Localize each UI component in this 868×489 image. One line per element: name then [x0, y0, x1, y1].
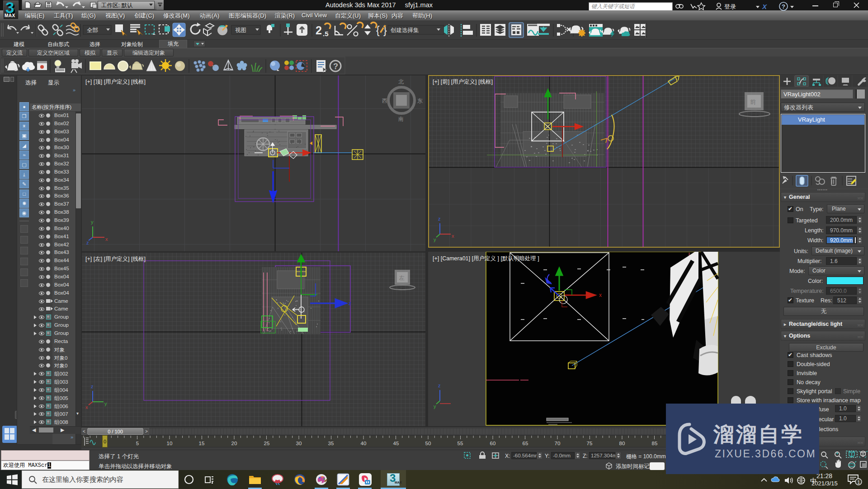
svg-text:10: 10 — [167, 441, 173, 446]
svg-text:y: y — [434, 404, 436, 409]
svg-text:z: z — [349, 301, 351, 306]
svg-text:[+] [前] [用户定义] [线框]: [+] [前] [用户定义] [线框] — [433, 79, 493, 85]
svg-text:前: 前 — [750, 99, 756, 105]
svg-text:西: 西 — [382, 98, 387, 104]
svg-text:?: ? — [782, 3, 785, 10]
svg-text:视图: 视图 — [235, 27, 246, 33]
svg-text:左: 左 — [399, 275, 405, 281]
svg-text:2: 2 — [316, 24, 322, 37]
svg-text:y: y — [434, 237, 436, 242]
svg-text:45: 45 — [393, 441, 399, 446]
svg-text:x: x — [452, 233, 454, 239]
svg-text:15: 15 — [199, 441, 205, 446]
svg-text:70: 70 — [555, 441, 561, 446]
svg-text:登录: 登录 — [724, 3, 736, 10]
svg-text:南: 南 — [398, 116, 404, 122]
svg-text:85: 85 — [652, 441, 658, 446]
svg-text:60: 60 — [490, 441, 496, 446]
svg-text:1: 1 — [858, 480, 860, 485]
svg-text:X: X — [762, 3, 767, 10]
svg-text:[+] [左] [用户定义] [线框]: [+] [左] [用户定义] [线框] — [85, 256, 146, 262]
svg-text:[+] [Camera01] [用户定义 ] [默认明暗处理: [+] [Camera01] [用户定义 ] [默认明暗处理 ] — [433, 255, 539, 262]
svg-text:东: 东 — [417, 98, 423, 104]
svg-text:z: z — [438, 383, 441, 388]
svg-text:z: z — [86, 240, 89, 245]
svg-text:35: 35 — [328, 441, 334, 446]
svg-text:55: 55 — [458, 441, 463, 446]
svg-text:北: 北 — [398, 79, 404, 85]
svg-text:.5: .5 — [323, 30, 329, 38]
svg-text:?: ? — [333, 62, 338, 71]
svg-text:30: 30 — [296, 441, 302, 446]
svg-text:x: x — [85, 404, 88, 410]
svg-text:z: z — [91, 384, 94, 389]
svg-text:z: z — [438, 216, 441, 221]
svg-text:y: y — [104, 401, 107, 406]
svg-text:[+] [顶] [用户定义] [线框]: [+] [顶] [用户定义] [线框] — [85, 79, 146, 85]
svg-text:创建选择集: 创建选择集 — [390, 27, 419, 33]
svg-text:25: 25 — [264, 441, 270, 446]
svg-text:50: 50 — [425, 441, 431, 446]
svg-text:{: { — [376, 24, 380, 36]
svg-text:20: 20 — [231, 441, 237, 446]
svg-text:5: 5 — [136, 441, 139, 446]
svg-text:全部: 全部 — [87, 27, 98, 33]
svg-text:65: 65 — [523, 441, 528, 446]
svg-text:x: x — [105, 236, 108, 242]
svg-text:80: 80 — [619, 441, 625, 446]
svg-text:75: 75 — [587, 441, 593, 446]
svg-text:x: x — [599, 292, 602, 298]
svg-text:40: 40 — [361, 441, 367, 446]
svg-text:y: y — [91, 219, 94, 225]
